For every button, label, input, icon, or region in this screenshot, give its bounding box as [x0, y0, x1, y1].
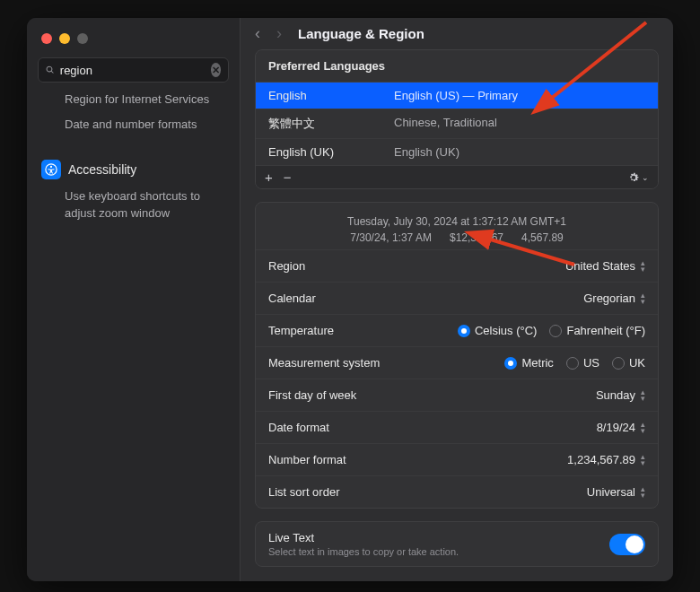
radio-label: US — [583, 356, 599, 370]
language-name: English — [268, 89, 394, 102]
number-format-row[interactable]: Number format 1,234,567.89 ▴▾ — [256, 443, 658, 475]
radio-option[interactable]: Celsius (°C) — [458, 324, 537, 337]
stepper-icon: ▴▾ — [641, 454, 645, 466]
sidebar-subtext: Use keyboard shortcuts to adjust zoom wi… — [38, 188, 229, 230]
radio-label: UK — [629, 356, 645, 370]
list-sort-row[interactable]: List sort order Universal ▴▾ — [256, 475, 658, 508]
sample-currency: $12,345.67 — [450, 230, 503, 246]
minimize-window-button[interactable] — [59, 33, 70, 44]
main-panel: ‹ › Language & Region Preferred Language… — [241, 18, 673, 581]
radio-icon — [458, 325, 470, 337]
chevron-down-icon: ⌄ — [642, 173, 649, 182]
settings-window: ✕ Region for Internet Services Date and … — [27, 18, 673, 581]
zoom-window-button[interactable] — [77, 33, 88, 44]
preferred-languages-heading: Preferred Languages — [256, 50, 658, 83]
preferred-languages-panel: Preferred Languages EnglishEnglish (US) … — [255, 49, 659, 189]
search-field[interactable]: ✕ — [38, 57, 229, 83]
radio-icon — [612, 357, 625, 370]
language-row[interactable]: 繁體中文Chinese, Traditional — [256, 109, 658, 139]
search-result-item[interactable]: Region for Internet Services — [65, 91, 229, 108]
radio-label: Fahrenheit (°F) — [566, 324, 645, 337]
search-result-item[interactable]: Date and number formats — [65, 117, 229, 133]
search-results: Region for Internet Services Date and nu… — [38, 91, 229, 142]
sample-short-date: 7/30/24, 1:37 AM — [350, 230, 432, 246]
stepper-icon: ▴▾ — [641, 389, 645, 402]
temperature-radios: Celsius (°C)Fahrenheit (°F) — [458, 324, 645, 337]
language-toolbar: + − ⌄ — [256, 165, 658, 188]
measurement-radios: MetricUSUK — [504, 356, 645, 370]
format-sample: Tuesday, July 30, 2024 at 1:37:12 AM GMT… — [256, 203, 658, 249]
language-row[interactable]: English (UK)English (UK) — [256, 139, 658, 165]
live-text-toggle[interactable] — [609, 534, 645, 555]
titlebar: ‹ › Language & Region — [241, 18, 673, 49]
language-description: English (UK) — [394, 145, 459, 159]
language-options-menu[interactable]: ⌄ — [627, 171, 649, 184]
radio-option[interactable]: UK — [612, 356, 645, 370]
radio-icon — [504, 357, 517, 370]
first-day-row[interactable]: First day of week Sunday ▴▾ — [256, 379, 658, 411]
region-value[interactable]: United States ▴▾ — [565, 259, 645, 273]
close-window-button[interactable] — [41, 33, 52, 44]
search-icon — [46, 64, 55, 76]
region-row[interactable]: Region United States ▴▾ — [256, 249, 658, 282]
language-description: Chinese, Traditional — [394, 116, 497, 132]
measurement-row: Measurement system MetricUSUK — [256, 346, 658, 379]
radio-icon — [566, 357, 579, 370]
sidebar: ✕ Region for Internet Services Date and … — [27, 18, 241, 581]
language-name: English (UK) — [268, 145, 394, 159]
live-text-panel: Live Text Select text in images to copy … — [255, 521, 659, 567]
remove-language-button[interactable]: − — [284, 170, 292, 185]
live-text-subtitle: Select text in images to copy or take ac… — [268, 546, 459, 557]
back-button[interactable]: ‹ — [255, 24, 260, 43]
clear-search-button[interactable]: ✕ — [211, 63, 221, 77]
radio-option[interactable]: US — [566, 356, 599, 370]
date-format-row[interactable]: Date format 8/19/24 ▴▾ — [256, 411, 658, 443]
region-settings-panel: Tuesday, July 30, 2024 at 1:37:12 AM GMT… — [255, 202, 659, 509]
stepper-icon: ▴▾ — [641, 486, 645, 499]
region-label: Region — [268, 259, 305, 273]
window-controls — [41, 33, 88, 44]
gear-icon — [627, 171, 640, 184]
svg-point-1 — [50, 166, 52, 168]
language-name: 繁體中文 — [268, 116, 394, 132]
live-text-title: Live Text — [268, 531, 459, 544]
radio-option[interactable]: Metric — [504, 356, 553, 370]
sidebar-item-label: Accessibility — [68, 162, 136, 177]
search-result-item[interactable]: Use keyboard shortcuts to adjust zoom wi… — [65, 188, 229, 221]
add-language-button[interactable]: + — [265, 170, 273, 185]
temperature-row: Temperature Celsius (°C)Fahrenheit (°F) — [256, 314, 658, 346]
page-title: Language & Region — [298, 26, 424, 41]
radio-label: Metric — [521, 356, 553, 370]
stepper-icon: ▴▾ — [641, 260, 645, 273]
sample-long-date: Tuesday, July 30, 2024 at 1:37:12 AM GMT… — [268, 213, 645, 230]
stepper-icon: ▴▾ — [641, 292, 645, 305]
search-input[interactable] — [60, 64, 211, 77]
forward-button[interactable]: › — [276, 24, 282, 43]
accessibility-icon — [41, 160, 61, 179]
radio-option[interactable]: Fahrenheit (°F) — [549, 324, 645, 337]
stepper-icon: ▴▾ — [641, 422, 645, 434]
radio-label: Celsius (°C) — [475, 324, 537, 337]
radio-icon — [549, 325, 562, 337]
sample-number: 4,567.89 — [521, 230, 564, 246]
sidebar-item-accessibility[interactable]: Accessibility — [38, 156, 229, 183]
language-row[interactable]: EnglishEnglish (US) — Primary — [256, 83, 658, 109]
calendar-row[interactable]: Calendar Gregorian ▴▾ — [256, 282, 658, 314]
language-description: English (US) — Primary — [394, 89, 518, 102]
